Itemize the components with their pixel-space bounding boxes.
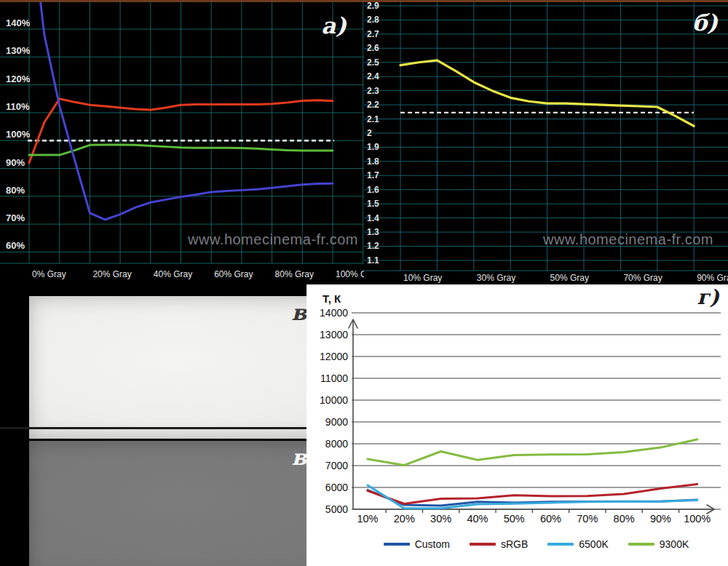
x-tick-label: 20% Gray	[92, 269, 131, 279]
panel-g-label: г)	[697, 287, 719, 308]
y-tick-label: 2	[367, 128, 372, 138]
x-tick-label: 10% Gray	[403, 273, 442, 283]
y-tick-label: 1.5	[367, 199, 379, 209]
top-border	[0, 0, 728, 2]
x-tick-label: 50%	[504, 513, 525, 525]
legend-swatch-9300k	[628, 543, 654, 546]
legend: CustomsRGB6500K9300K	[350, 538, 722, 550]
y-tick-label: 12000	[320, 351, 348, 362]
x-tick-label: 30% Gray	[477, 273, 515, 283]
watermark-homecinema-b: www.homecinema-fr.com	[543, 231, 713, 248]
uniformity-photo-gray: в2)	[29, 441, 336, 566]
x-tick-label: 80%	[614, 513, 635, 525]
y-tick-label: 6000	[325, 482, 348, 493]
x-tick-label: 100% Gray	[336, 269, 364, 279]
y-tick-label: 2.2	[367, 100, 379, 110]
x-tick-label: 60% Gray	[214, 269, 253, 279]
y-tick-label: 1.1	[367, 255, 379, 266]
y-tick-label: 110%	[6, 101, 30, 112]
y-tick-label: 1.8	[367, 156, 379, 167]
y-tick-label: 70%	[6, 212, 25, 223]
y-tick-label: 11000	[320, 372, 348, 384]
y-tick-label: 100%	[6, 129, 31, 140]
color-temperature-chart: 1400013000120001100010000900080007000600…	[306, 284, 728, 535]
x-tick-label: 20%	[394, 513, 415, 525]
y-axis-title: Т, К	[323, 292, 341, 305]
y-tick-label: 130%	[6, 45, 31, 56]
uniformity-photo-white: в1)	[29, 296, 336, 439]
legend-item-custom: Custom	[384, 538, 450, 550]
y-tick-label: 2.4	[367, 71, 379, 81]
x-tick-label: 70%	[577, 513, 598, 525]
legend-swatch-srgb	[470, 543, 496, 546]
y-tick-label: 2.3	[367, 86, 379, 96]
x-tick-label: 100%	[684, 513, 711, 525]
y-tick-label: 1.3	[367, 227, 379, 237]
y-tick-label: 80%	[6, 185, 25, 196]
y-tick-label: 2.6	[367, 43, 379, 53]
x-tick-label: 50% Gray	[550, 273, 589, 283]
x-tick-label: 40% Gray	[154, 269, 192, 279]
legend-label: sRGB	[501, 538, 528, 550]
y-tick-label: 8000	[325, 438, 348, 450]
y-tick-label: 2.5	[367, 57, 379, 68]
y-tick-label: 1.4	[367, 213, 379, 223]
color-temperature-chart-panel: 1400013000120001100010000900080007000600…	[306, 284, 728, 566]
gamma-chart-panel: 2.92.82.72.62.52.42.32.22.121.91.81.71.6…	[364, 0, 728, 284]
y-tick-label: 2.1	[367, 114, 379, 124]
legend-item-srgb: sRGB	[470, 538, 528, 550]
y-tick-label: 2.7	[367, 29, 379, 39]
legend-label: 6500K	[579, 538, 608, 550]
y-tick-label: 1.6	[367, 185, 379, 195]
legend-item-6500k: 6500K	[547, 538, 608, 550]
y-tick-label: 1.7	[367, 170, 379, 180]
screenshot-root: 140%130%120%110%100%90%80%70%60%0% Gray2…	[0, 0, 728, 566]
x-tick-label: 90%	[650, 513, 671, 525]
x-tick-label: 30%	[430, 513, 451, 525]
y-tick-label: 60%	[6, 240, 25, 251]
y-tick-label: 90%	[6, 157, 25, 168]
y-tick-label: 5000	[325, 503, 348, 515]
y-tick-label: 13000	[320, 329, 348, 340]
y-tick-label: 9000	[325, 416, 348, 428]
y-tick-label: 120%	[6, 73, 31, 84]
legend-label: 9300K	[660, 538, 689, 550]
y-tick-label: 2.8	[367, 15, 379, 25]
x-tick-label: 40%	[467, 513, 488, 525]
panel-a-label: а)	[321, 15, 347, 37]
watermark-homecinema-a: www.homecinema-fr.com	[188, 231, 358, 248]
x-tick-label: 0% Gray	[32, 269, 66, 279]
y-tick-label: 1.9	[367, 142, 379, 152]
y-tick-label: 7000	[325, 460, 348, 471]
y-tick-label: 10000	[320, 394, 348, 406]
x-tick-label: 60%	[540, 513, 561, 525]
x-tick-label: 90% Gray	[697, 273, 728, 283]
legend-swatch-custom	[384, 543, 410, 546]
legend-swatch-6500k	[547, 543, 574, 546]
x-tick-label: 80% Gray	[275, 269, 314, 279]
y-tick-label: 1.2	[367, 241, 379, 251]
legend-label: Custom	[415, 538, 450, 550]
rgb-levels-chart-panel: 140%130%120%110%100%90%80%70%60%0% Gray2…	[0, 0, 364, 284]
legend-item-9300k: 9300K	[628, 538, 689, 550]
panel-b-label: б)	[692, 12, 718, 34]
y-tick-label: 14000	[320, 307, 348, 319]
photo-divider	[0, 427, 306, 429]
y-tick-label: 140%	[6, 17, 31, 28]
y-tick-label: 2.9	[367, 1, 379, 11]
x-tick-label: 70% Gray	[623, 273, 662, 283]
x-tick-label: 10%	[357, 513, 378, 525]
